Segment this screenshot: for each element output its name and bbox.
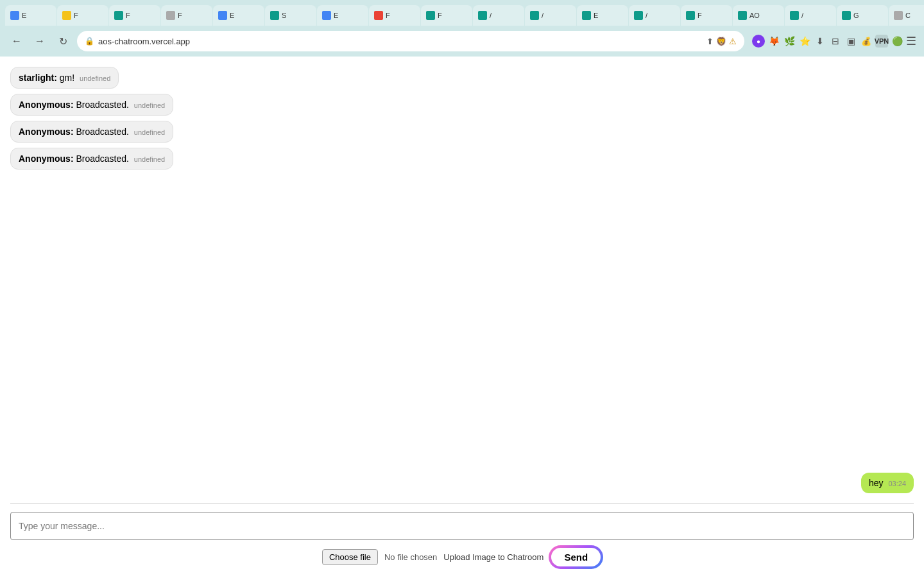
tab-15[interactable]: AO	[733, 5, 784, 26]
tab-3[interactable]: F	[109, 5, 160, 26]
tab-16[interactable]: /	[785, 5, 836, 26]
tab-10[interactable]: /	[473, 5, 524, 26]
menu-button[interactable]: ☰	[906, 34, 916, 48]
message-sent: hey 03:24	[861, 473, 914, 493]
tab-7[interactable]: E	[317, 5, 368, 26]
tab-18[interactable]: C	[889, 5, 924, 26]
send-button-wrapper: Send	[550, 547, 602, 568]
send-button[interactable]: Send	[551, 548, 601, 566]
tab-6[interactable]: S	[265, 5, 316, 26]
back-button[interactable]: ←	[8, 32, 26, 50]
message-3-timestamp: undefined	[134, 128, 165, 136]
message-1-text: gm!	[60, 73, 74, 83]
tab-14[interactable]: F	[681, 5, 732, 26]
url-bar[interactable]: 🔒 aos-chatroom.vercel.app ⬆ 🦁 ⚠	[77, 31, 744, 51]
message-input[interactable]	[10, 512, 914, 540]
message-3-text: Broadcasted.	[76, 127, 129, 137]
message-spacer	[10, 175, 914, 468]
ext-green[interactable]: 🌿	[783, 35, 796, 48]
message-2-sender: Anonymous:	[19, 100, 74, 110]
no-file-label: No file chosen	[384, 552, 437, 562]
ext-green2[interactable]: 🟢	[891, 35, 903, 48]
message-1-timestamp: undefined	[80, 74, 110, 82]
message-4-timestamp: undefined	[134, 155, 165, 163]
ext-star[interactable]: ⭐	[798, 35, 811, 48]
extensions-area: ● 🦊 🌿 ⭐ ⬇ ⊟ ▣ 💰 VPN 🟢 ☰	[752, 34, 916, 48]
message-2-timestamp: undefined	[134, 101, 165, 109]
messages-area: starlight: gm! undefined Anonymous: Broa…	[10, 67, 914, 504]
security-icon: 🔒	[85, 37, 94, 46]
tab-17[interactable]: G	[837, 5, 888, 26]
tab-1[interactable]: E	[5, 5, 56, 26]
tab-9[interactable]: F	[421, 5, 472, 26]
tab-4[interactable]: F	[161, 5, 212, 26]
choose-file-button[interactable]: Choose file	[322, 549, 378, 565]
share-icon[interactable]: ⬆	[706, 37, 714, 46]
brave-shield-icon[interactable]: 🦁	[716, 37, 726, 46]
input-area: Choose file No file chosen Upload Image …	[10, 504, 914, 568]
sidebar-icon[interactable]: ▣	[844, 35, 857, 48]
tab-5[interactable]: E	[213, 5, 264, 26]
download-icon[interactable]: ⬇	[814, 35, 826, 48]
tab-11[interactable]: /	[525, 5, 576, 26]
upload-image-label: Upload Image to Chatroom	[443, 552, 543, 562]
message-sent-text: hey	[869, 478, 884, 488]
message-4-text: Broadcasted.	[76, 153, 129, 164]
message-sent-timestamp: 03:24	[888, 480, 906, 487]
tab-bar: E F F F E S E F F / / E / F AO / G C X✕ …	[0, 0, 924, 26]
browser-chrome: E F F F E S E F F / / E / F AO / G C X✕ …	[0, 0, 924, 57]
tab-12[interactable]: E	[577, 5, 628, 26]
message-1: starlight: gm! undefined	[10, 67, 119, 89]
vpn-button[interactable]: VPN	[875, 35, 888, 48]
message-4: Anonymous: Broadcasted. undefined	[10, 148, 173, 170]
nav-bar: ← → ↻ 🔒 aos-chatroom.vercel.app ⬆ 🦁 ⚠ ● …	[0, 26, 924, 57]
refresh-button[interactable]: ↻	[54, 32, 72, 50]
message-4-sender: Anonymous:	[19, 153, 74, 164]
message-3: Anonymous: Broadcasted. undefined	[10, 121, 173, 143]
file-row: Choose file No file chosen Upload Image …	[10, 547, 914, 568]
tab-8[interactable]: F	[369, 5, 420, 26]
chat-app: starlight: gm! undefined Anonymous: Broa…	[0, 57, 924, 578]
tab-2[interactable]: F	[57, 5, 108, 26]
tab-13[interactable]: /	[629, 5, 680, 26]
ext-orange[interactable]: 🦊	[767, 35, 780, 48]
ext-purple[interactable]: ●	[752, 35, 765, 48]
message-1-sender: starlight:	[19, 73, 57, 83]
message-2-text: Broadcasted.	[76, 100, 129, 110]
forward-button[interactable]: →	[31, 32, 49, 50]
warning-icon[interactable]: ⚠	[729, 37, 737, 46]
url-actions: ⬆ 🦁 ⚠	[706, 37, 737, 46]
message-2: Anonymous: Broadcasted. undefined	[10, 94, 173, 116]
split-screen-icon[interactable]: ⊟	[829, 35, 842, 48]
url-text: aos-chatroom.vercel.app	[98, 37, 703, 46]
message-3-sender: Anonymous:	[19, 127, 74, 137]
wallet-icon[interactable]: 💰	[860, 35, 873, 48]
